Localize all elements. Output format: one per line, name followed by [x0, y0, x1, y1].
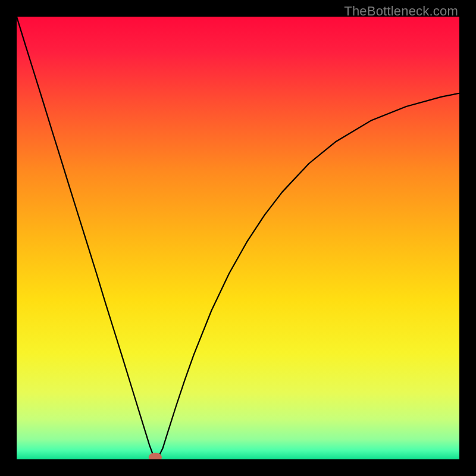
data-curve: [17, 17, 459, 457]
curve-layer: [17, 17, 459, 459]
watermark-text: TheBottleneck.com: [344, 4, 458, 19]
chart-frame: TheBottleneck.com: [0, 0, 476, 476]
plot-area: [17, 17, 459, 459]
